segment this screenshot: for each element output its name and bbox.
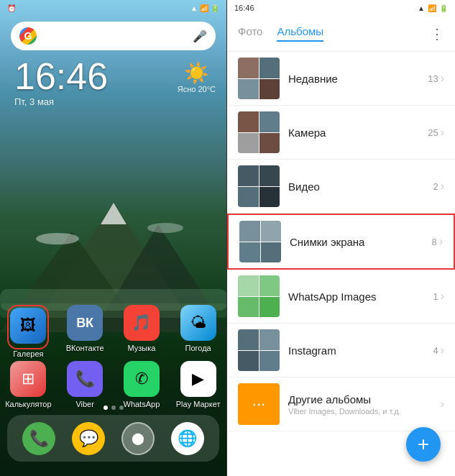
app-gallery[interactable]: 🖼 Галерея	[5, 305, 51, 358]
album-instagram[interactable]: Instagram 4 ›	[227, 324, 455, 377]
album-whatsapp-thumb	[238, 275, 280, 317]
right-status-bar: 16:46 ▲ 📶 🔋	[227, 0, 455, 16]
album-screenshots-arrow: ›	[439, 235, 443, 248]
album-camera-info: Камера	[280, 127, 428, 139]
right-status-icons: ▲ 📶 🔋	[418, 4, 448, 12]
album-whatsapp-name: WhatsApp Images	[288, 290, 433, 303]
fab-add-button[interactable]: +	[406, 427, 441, 462]
app-row-1: 🖼 Галерея ВК ВКонтакте 🎵 Музыка	[0, 305, 226, 358]
wifi-icon-right: 📶	[428, 4, 436, 12]
playmarket-label: Play Маркет	[176, 400, 221, 408]
app-music[interactable]: 🎵 Музыка	[119, 305, 165, 358]
header-tabs: Фото Альбомы	[238, 25, 323, 42]
album-screenshots-info: Снимки экрана	[281, 236, 431, 248]
album-recent-thumb	[238, 58, 280, 99]
album-instagram-arrow: ›	[441, 344, 444, 357]
clock-display: 16:46 Пт, 3 мая	[14, 58, 108, 107]
left-status-bar: ⏰ ▲ 📶 🔋	[0, 0, 226, 16]
search-bar[interactable]: G 🎤	[11, 22, 216, 50]
album-camera[interactable]: Камера 25 ›	[227, 106, 455, 160]
viber-icon: 📞	[67, 361, 103, 397]
app-whatsapp[interactable]: ✆ WhatsApp	[119, 361, 165, 408]
album-other-info: Другие альбомы Viber Images, Downloads, …	[280, 393, 441, 416]
vk-label: ВКонтакте	[66, 344, 104, 352]
album-whatsapp[interactable]: WhatsApp Images 1 ›	[227, 270, 455, 324]
album-screenshots-thumb	[239, 221, 281, 262]
app-weather[interactable]: 🌤 Погода	[175, 305, 221, 358]
signal-icon-right: ▲	[418, 4, 425, 12]
album-video-count: 2 ›	[433, 180, 444, 193]
weather-widget: ☀️ Ясно 20°C	[178, 61, 216, 93]
gallery-label: Галерея	[13, 349, 43, 358]
album-recent-info: Недавние	[280, 73, 428, 85]
album-video-thumb	[238, 165, 280, 207]
music-label: Музыка	[127, 344, 155, 352]
other-albums-icon: ···	[252, 395, 265, 413]
album-other-arrow-wrap: ›	[441, 398, 444, 411]
gallery-icon: 🖼	[10, 308, 46, 344]
mic-icon: 🎤	[193, 29, 207, 43]
album-recent-name: Недавние	[288, 73, 428, 85]
left-phone-screen: ⏰ ▲ 📶 🔋 G 🎤 16:46 Пт, 3 мая ☀️ Ясно 20°C	[0, 0, 227, 476]
album-camera-thumb	[238, 111, 280, 153]
whatsapp-label: WhatsApp	[124, 400, 160, 408]
app-icons-area: 🖼 Галерея ВК ВКонтакте 🎵 Музыка	[0, 305, 226, 411]
svg-marker-3	[101, 203, 127, 224]
tab-albums[interactable]: Альбомы	[277, 25, 323, 42]
album-screenshots-name: Снимки экрана	[290, 236, 431, 248]
viber-label: Viber	[75, 400, 93, 408]
right-time: 16:46	[234, 4, 254, 12]
tab-photos[interactable]: Фото	[238, 25, 262, 42]
status-right: ▲ 📶 🔋	[190, 4, 219, 12]
app-viber[interactable]: 📞 Viber	[62, 361, 108, 408]
album-instagram-thumb	[238, 329, 280, 371]
weather-app-icon: 🌤	[180, 305, 216, 341]
album-screenshots-count: 8 ›	[431, 235, 443, 248]
album-camera-count: 25 ›	[428, 126, 444, 139]
right-gallery-screen: 16:46 ▲ 📶 🔋 Фото Альбомы ⋮ Недавние	[227, 0, 455, 476]
svg-point-5	[147, 223, 183, 233]
album-recent-arrow: ›	[441, 72, 444, 85]
album-whatsapp-info: WhatsApp Images	[280, 290, 433, 303]
album-other-name: Другие альбомы	[288, 393, 441, 406]
album-whatsapp-count: 1 ›	[433, 290, 444, 303]
clock-date: Пт, 3 мая	[14, 96, 108, 107]
album-list: Недавние 13 › Камера 25 ›	[227, 52, 455, 476]
album-instagram-info: Instagram	[280, 344, 433, 357]
battery-icon: 🔋	[211, 4, 219, 12]
dock-home-button[interactable]: ⬤	[121, 422, 155, 455]
vk-icon: ВК	[67, 305, 103, 341]
app-vk[interactable]: ВК ВКонтакте	[62, 305, 108, 358]
dock-bar: 📞 💬 ⬤ 🌐	[7, 415, 219, 462]
wifi-icon: ▲	[190, 4, 198, 12]
calculator-icon: ⊞	[10, 361, 46, 397]
dock-messages[interactable]: 💬	[72, 422, 105, 455]
alarm-icon: ⏰	[7, 4, 16, 12]
dock-phone[interactable]: 📞	[22, 422, 55, 455]
status-left: ⏰	[7, 4, 16, 12]
app-playmarket[interactable]: ▶ Play Маркет	[175, 361, 221, 408]
fab-plus-icon: +	[418, 433, 429, 456]
album-whatsapp-arrow: ›	[441, 290, 444, 303]
calculator-label: Калькулятор	[5, 400, 51, 408]
album-recent[interactable]: Недавние 13 ›	[227, 52, 455, 106]
album-screenshots[interactable]: Снимки экрана 8 ›	[227, 214, 455, 270]
weather-icon: ☀️	[178, 61, 216, 85]
album-video[interactable]: Видео 2 ›	[227, 160, 455, 214]
weather-label: Погода	[185, 344, 211, 352]
album-video-info: Видео	[280, 180, 433, 193]
album-instagram-count: 4 ›	[433, 344, 444, 357]
app-calculator[interactable]: ⊞ Калькулятор	[5, 361, 51, 408]
album-instagram-name: Instagram	[288, 344, 433, 357]
app-row-2: ⊞ Калькулятор 📞 Viber ✆ WhatsApp	[0, 361, 226, 408]
album-other-sub: Viber Images, Downloads, и т.д.	[288, 407, 441, 416]
music-icon: 🎵	[124, 305, 160, 341]
album-video-name: Видео	[288, 180, 433, 193]
battery-icon-right: 🔋	[439, 4, 448, 12]
playmarket-icon: ▶	[180, 361, 216, 397]
album-other-thumb: ···	[238, 383, 280, 425]
more-options-button[interactable]: ⋮	[430, 25, 444, 42]
album-camera-arrow: ›	[441, 126, 444, 139]
album-other[interactable]: ··· Другие альбомы Viber Images, Downloa…	[227, 377, 455, 431]
dock-chrome[interactable]: 🌐	[171, 422, 204, 455]
